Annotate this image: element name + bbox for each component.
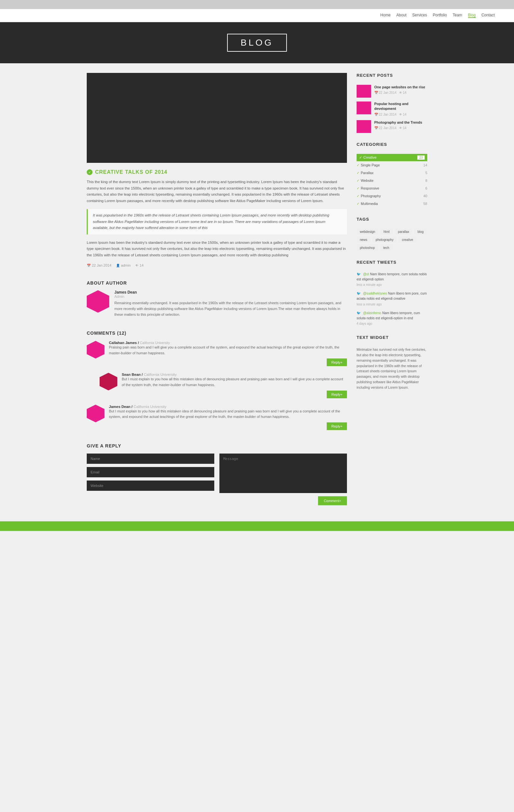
comment-button[interactable]: Comment+ <box>318 496 347 505</box>
comment-avatar-3 <box>87 405 105 430</box>
tweet-handle-1[interactable]: @st <box>363 272 369 276</box>
category-multimedia[interactable]: ✓Multimedia 58 <box>356 200 427 208</box>
comment-text-3: But I must explain to you how all this m… <box>109 409 347 420</box>
post-title: CREATIVE TALKS OF 2014 <box>95 169 167 175</box>
nav-blog[interactable]: Blog <box>468 13 476 18</box>
tag-html[interactable]: html <box>380 229 393 235</box>
email-input[interactable] <box>87 467 214 477</box>
author-box: James Dean Admin Remaining essentially u… <box>87 290 347 317</box>
comment-hexagon-3 <box>87 405 105 423</box>
reply-form-right <box>220 454 347 493</box>
tags-title: TAGS <box>356 217 427 224</box>
website-input[interactable] <box>87 481 214 491</box>
message-input[interactable] <box>220 454 347 493</box>
category-single-page[interactable]: ✓Single Page 14 <box>356 162 427 169</box>
comment-avatar-2 <box>99 373 117 398</box>
tweet-2: 🐦 @suddhekisnes Nam libero tem pore, cum… <box>356 291 427 307</box>
comment-hexagon-1 <box>87 341 105 358</box>
reply-button-1[interactable]: Reply+ <box>327 358 347 366</box>
post-date: 22 Jan 2014 <box>87 263 112 267</box>
text-widget-title: TEXT WIDGET <box>356 335 427 342</box>
recent-post-thumb-1 <box>356 85 371 98</box>
recent-post-views-3: 👁 14 <box>399 126 406 130</box>
comments-title: COMMENTS (12) <box>87 330 347 336</box>
post-body-2: Lorem Ipsum has been the industry's stan… <box>87 240 347 259</box>
recent-post-thumb-2 <box>356 102 371 114</box>
reply-title: GIVE A REPLY <box>87 443 347 448</box>
recent-post-info-2: Popular hosting and development 📅 22 Jan… <box>374 102 427 116</box>
tweet-time-3: 4 days ago <box>356 321 427 326</box>
nav-home[interactable]: Home <box>380 13 391 18</box>
tweet-time-1: less a minute ago <box>356 282 427 287</box>
post-title-icon <box>87 169 92 175</box>
category-creative[interactable]: ✓Creative 23 <box>356 154 427 162</box>
nav-team[interactable]: Team <box>453 13 462 18</box>
hero-section: BLOG <box>0 22 514 63</box>
recent-post-3: Photography and the Trends 📅 22 Jan 2014… <box>356 120 427 133</box>
tweet-handle-3[interactable]: @aleinferno <box>363 311 381 315</box>
category-responsive[interactable]: ✓Responsive 6 <box>356 185 427 193</box>
recent-post-info-3: Photography and the Trends 📅 22 Jan 2014… <box>374 120 422 130</box>
tag-tech[interactable]: tech <box>380 245 393 251</box>
author-bio: Remaining essentially unchanged. It was … <box>114 300 347 317</box>
nav-services[interactable]: Services <box>412 13 427 18</box>
widget-recent-tweets: RECENT TWEETS 🐦 @st Nam libero tempore, … <box>356 260 427 326</box>
tag-photography[interactable]: photography <box>372 237 397 243</box>
nav-contact[interactable]: Contact <box>482 13 495 18</box>
comment-3: James Dean / California University But I… <box>87 405 347 430</box>
about-author-title: ABOUT AUTHOR <box>87 281 347 286</box>
header: Home About Services Portfolio Team Blog … <box>0 9 514 22</box>
author-info: James Dean Admin Remaining essentially u… <box>114 290 347 317</box>
twitter-icon-1: 🐦 <box>356 272 361 276</box>
nav-about[interactable]: About <box>396 13 406 18</box>
eye-icon <box>135 264 139 267</box>
recent-post-meta-2: 📅 22 Jan 2014 👁 14 <box>374 113 427 116</box>
text-widget-body: Minimalze has survived not only five cen… <box>356 347 427 390</box>
recent-post-title-3: Photography and the Trends <box>374 120 422 125</box>
twitter-icon-3: 🐦 <box>356 311 361 315</box>
comment-submit-row: Comment+ <box>87 496 347 505</box>
name-input[interactable] <box>87 454 214 464</box>
category-website[interactable]: ✓Website 8 <box>356 177 427 185</box>
comment-name-1: Callahan James / California University <box>109 341 347 345</box>
reply-form <box>87 454 347 493</box>
author-hexagon <box>87 290 109 313</box>
sidebar: RECENT POSTS One page websites on the ri… <box>356 73 427 505</box>
reply-section: GIVE A REPLY Comment+ <box>87 438 347 505</box>
recent-post-2: Popular hosting and development 📅 22 Jan… <box>356 102 427 116</box>
comment-2: Sean Bean / California University But I … <box>99 373 347 398</box>
tag-photoshop[interactable]: photoshop <box>356 245 378 251</box>
tag-blog[interactable]: blog <box>415 229 427 235</box>
recent-post-date-2: 📅 22 Jan 2014 <box>374 113 396 116</box>
comment-name-2: Sean Bean / California University <box>122 373 347 376</box>
tag-webdesign[interactable]: webdesign <box>356 229 378 235</box>
recent-posts-title: RECENT POSTS <box>356 73 427 80</box>
widget-categories: CATEGORIES ✓Creative 23 ✓Single Page 14 … <box>356 142 427 208</box>
tweets-title: RECENT TWEETS <box>356 260 427 267</box>
post-body: This the king of the dummy text Lorem Ip… <box>87 179 347 258</box>
comment-body-2: Sean Bean / California University But I … <box>122 373 347 398</box>
tweet-3: 🐦 @aleinferno Nam libero tempore, cum so… <box>356 311 427 326</box>
category-parallax[interactable]: ✓Parallax 5 <box>356 169 427 177</box>
recent-post-title-1: One page websites on the rise <box>374 85 425 90</box>
widget-recent-posts: RECENT POSTS One page websites on the ri… <box>356 73 427 133</box>
page-title: BLOG <box>227 34 287 52</box>
recent-post-info-1: One page websites on the rise 📅 22 Jan 2… <box>374 85 425 94</box>
reply-form-left <box>87 454 214 493</box>
main-content: CREATIVE TALKS OF 2014 This the king of … <box>87 73 347 505</box>
author-name: James Dean <box>114 290 347 294</box>
nav-portfolio[interactable]: Portfolio <box>433 13 447 18</box>
tag-news[interactable]: news <box>356 237 370 243</box>
comment-name-3: James Dean / California University <box>109 405 347 409</box>
tag-parallax[interactable]: parallax <box>395 229 412 235</box>
author-role: Admin <box>114 294 347 298</box>
post-meta: 22 Jan 2014 admin 14 <box>87 263 347 267</box>
reply-button-3[interactable]: Reply+ <box>327 423 347 430</box>
reply-button-2[interactable]: Reply+ <box>327 390 347 398</box>
category-photography[interactable]: ✓Photography 40 <box>356 193 427 200</box>
featured-image <box>87 73 347 163</box>
tag-creative[interactable]: creative <box>399 237 416 243</box>
post-views: 14 <box>135 263 144 267</box>
tweet-handle-2[interactable]: @suddhekisnes <box>363 291 387 295</box>
comment-text-2: But I must explain to you how all this m… <box>122 376 347 388</box>
